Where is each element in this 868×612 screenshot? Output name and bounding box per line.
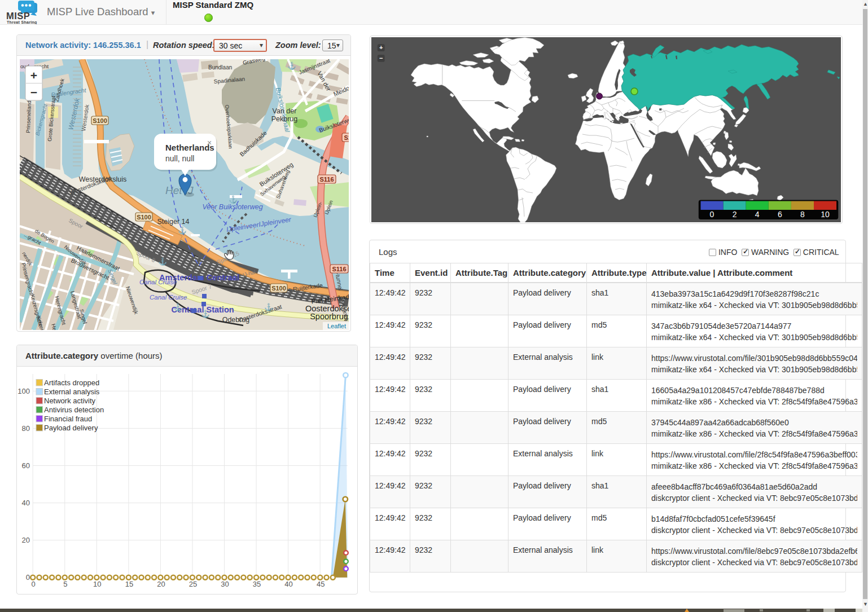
svg-text:4: 4 xyxy=(755,210,760,219)
svg-text:+: + xyxy=(379,44,383,51)
svg-text:Van der: Van der xyxy=(273,107,297,115)
svg-text:2: 2 xyxy=(733,210,737,219)
svg-text:−: − xyxy=(379,55,383,61)
svg-text:60: 60 xyxy=(22,461,30,470)
svg-text:⚓: ⚓ xyxy=(158,257,167,266)
svg-text:⚓: ⚓ xyxy=(201,310,210,319)
svg-text:100: 100 xyxy=(17,387,30,395)
svg-text:10: 10 xyxy=(93,580,101,588)
svg-text:×: × xyxy=(207,138,212,147)
svg-text:5: 5 xyxy=(63,580,67,588)
svg-text:Network activity: Network activity xyxy=(44,397,96,405)
svg-text:⚓: ⚓ xyxy=(264,303,273,312)
svg-text:40: 40 xyxy=(284,580,292,588)
svg-text:Financial fraud: Financial fraud xyxy=(44,415,92,423)
svg-text:Bundlaan: Bundlaan xyxy=(208,64,232,71)
svg-text:45: 45 xyxy=(317,580,325,588)
svg-text:15: 15 xyxy=(125,580,133,588)
svg-text:S11: S11 xyxy=(344,134,349,141)
svg-text:10: 10 xyxy=(821,210,830,219)
svg-text:20: 20 xyxy=(157,580,165,588)
svg-text:S116: S116 xyxy=(319,176,334,183)
svg-text:25: 25 xyxy=(189,580,197,588)
svg-text:S116: S116 xyxy=(332,266,346,272)
svg-text:0: 0 xyxy=(32,580,36,588)
svg-text:40: 40 xyxy=(22,499,30,507)
svg-text:S100: S100 xyxy=(137,214,151,221)
svg-text:20: 20 xyxy=(22,536,30,544)
svg-text:Payload delivery: Payload delivery xyxy=(44,424,98,432)
svg-text:S100: S100 xyxy=(271,285,286,292)
svg-text:MISP: MISP xyxy=(6,11,30,21)
svg-text:External analysis: External analysis xyxy=(44,388,100,396)
svg-text:8: 8 xyxy=(800,210,805,219)
svg-text:Pekbrug: Pekbrug xyxy=(271,115,298,123)
svg-text:Steiger 14: Steiger 14 xyxy=(157,218,190,226)
svg-text:−: − xyxy=(30,86,37,99)
svg-text:⚓: ⚓ xyxy=(229,195,238,204)
svg-text:+: + xyxy=(30,69,37,82)
svg-text:80: 80 xyxy=(22,424,30,433)
svg-text:Threat Sharing: Threat Sharing xyxy=(7,20,37,25)
svg-text:0: 0 xyxy=(26,573,30,582)
svg-text:Prinseneiland: Prinseneiland xyxy=(25,100,32,133)
svg-text:⚓: ⚓ xyxy=(287,61,296,71)
svg-text:30: 30 xyxy=(221,580,229,588)
svg-text:6: 6 xyxy=(778,210,782,219)
svg-text:Leaflet: Leaflet xyxy=(327,323,346,329)
svg-text:S100: S100 xyxy=(93,117,107,124)
svg-text:35: 35 xyxy=(253,580,261,588)
svg-text:Artifacts dropped: Artifacts dropped xyxy=(44,378,99,387)
svg-text:Antivirus detection: Antivirus detection xyxy=(44,406,104,414)
svg-text:Canal Cruise: Canal Cruise xyxy=(150,294,187,301)
svg-text:⚓: ⚓ xyxy=(173,303,182,312)
svg-text:null, null: null, null xyxy=(165,154,194,163)
svg-text:Veer Buiksloterweg: Veer Buiksloterweg xyxy=(202,203,262,211)
svg-text:⚓: ⚓ xyxy=(178,226,187,235)
svg-text:0: 0 xyxy=(710,210,714,219)
